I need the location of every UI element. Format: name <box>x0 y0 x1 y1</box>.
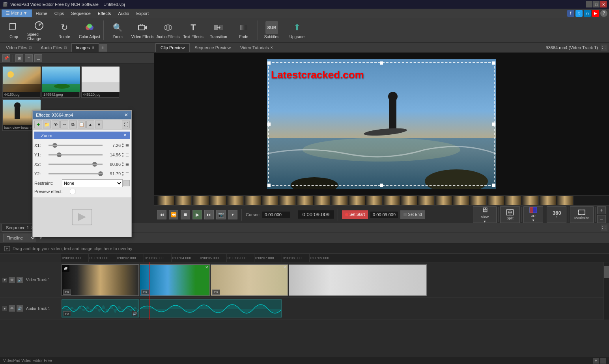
effects-folder-btn[interactable]: 📁 <box>43 121 51 128</box>
tool-fade[interactable]: Fade <box>232 19 256 41</box>
split-btn[interactable]: Split <box>500 206 520 223</box>
minimize-btn[interactable]: – <box>586 1 592 7</box>
video-clip-1[interactable]: FX <box>62 264 139 296</box>
set-end-btn[interactable]: Set End <box>400 210 425 219</box>
youtube-icon[interactable]: ▶ <box>592 10 599 17</box>
preview-expand-btn[interactable]: ⛶ <box>601 45 607 51</box>
x1-slider[interactable] <box>49 145 103 146</box>
tool-color-adjust[interactable]: Color Adjust <box>77 19 102 41</box>
tab-sequence-preview[interactable]: Sequence Preview <box>190 43 235 52</box>
media-item-1[interactable]: 44150.jpg <box>2 66 40 98</box>
effects-add-btn[interactable]: + <box>34 121 42 128</box>
menu-item-sequence[interactable]: Sequence <box>68 9 94 17</box>
y2-slider[interactable] <box>49 173 103 175</box>
tool-audio-effects[interactable]: Audio Effects <box>156 19 180 41</box>
restraint-select[interactable]: None Width Height <box>62 179 123 187</box>
maximize-btn[interactable]: Maximize <box>570 206 594 223</box>
track-speaker-btn[interactable]: 🔊 <box>17 277 23 283</box>
media-view-list-btn[interactable]: ≡ <box>25 54 33 62</box>
set-start-btn[interactable]: Set Start <box>342 210 368 219</box>
seq-expand-btn[interactable]: ⛶ <box>601 225 607 231</box>
threed-btn[interactable]: 3D ▼ <box>523 206 543 223</box>
help-icon[interactable]: ? <box>600 10 607 17</box>
statusbar-zoom-in-btn[interactable]: + <box>593 358 599 364</box>
x1-menu-btn[interactable]: ☰ <box>124 141 130 149</box>
zoom-section-close-btn[interactable]: ✕ <box>123 133 127 138</box>
zoom-out-btn[interactable]: – <box>597 215 606 223</box>
media-item-2[interactable]: 149542.jpeg <box>42 66 80 98</box>
camera-options-btn[interactable]: ▼ <box>228 210 237 219</box>
linkedin-icon[interactable]: in <box>584 10 591 17</box>
maximize-btn[interactable]: □ <box>593 1 600 7</box>
tool-video-effects[interactable]: Video Effects <box>131 19 155 41</box>
tool-text-effects[interactable]: T Text Effects <box>181 19 205 41</box>
menu-item-export[interactable]: Export <box>133 9 152 17</box>
tool-zoom[interactable]: 🔍 Zoom <box>105 19 130 41</box>
media-item-3[interactable]: 445120.jpg <box>81 66 119 98</box>
video-clip-2[interactable]: ✕ FX <box>140 264 210 296</box>
stop-btn[interactable]: ⏹ <box>181 210 190 219</box>
audio-clip-1[interactable]: FX 🔊 <box>62 299 139 318</box>
effects-close-btn[interactable]: ✕ <box>124 112 128 118</box>
menu-item-effects[interactable]: Effects <box>95 9 114 17</box>
audio-track-speaker-btn[interactable]: 🔊 <box>17 305 23 312</box>
tab-clip-preview[interactable]: Clip Preview <box>155 43 190 52</box>
zoom-in-btn[interactable]: + <box>597 206 606 214</box>
tool-subtitles[interactable]: SUB Subtitles <box>260 19 284 41</box>
twitter-icon[interactable]: t <box>575 10 583 17</box>
clip-close-3[interactable]: ✕ <box>283 265 286 269</box>
audio-clip-2[interactable] <box>140 299 282 318</box>
prev-frame-btn[interactable]: ⏪ <box>169 210 178 219</box>
statusbar-zoom-out-btn[interactable]: – <box>600 358 606 364</box>
tool-upgrade[interactable]: ⬆ Upgrade <box>285 19 309 41</box>
menu-item-clips[interactable]: Clips <box>51 9 67 17</box>
audio-track-expand-btn[interactable]: ▼ <box>2 306 7 311</box>
x2-slider[interactable] <box>49 163 103 165</box>
tool-crop[interactable]: Crop <box>2 19 26 41</box>
y1-menu-btn[interactable]: ☰ <box>124 151 130 159</box>
video-clip-3[interactable]: ✕ FX <box>211 264 288 296</box>
view-btn[interactable]: 🖥 View ▼ <box>473 206 497 223</box>
tool-rotate[interactable]: ↻ Rotate <box>52 19 77 41</box>
track-expand-btn[interactable]: ▼ <box>2 278 7 282</box>
play-btn[interactable]: ▶ <box>192 210 202 219</box>
menu-dropdown-btn[interactable]: ☰ Menu ▼ <box>2 9 32 17</box>
close-btn[interactable]: ✕ <box>600 1 607 7</box>
add-media-tab-btn[interactable]: + <box>99 44 107 52</box>
media-view-grid-btn[interactable]: ⊞ <box>15 54 23 62</box>
effects-copy-btn[interactable]: ⧉ <box>69 121 77 128</box>
tab-video-files[interactable]: Video Files ⊡ <box>2 43 36 52</box>
skip-end-btn[interactable]: ⏭ <box>204 210 214 219</box>
media-view-detail-btn[interactable]: ☰ <box>34 54 42 62</box>
menu-item-audio[interactable]: Audio <box>115 9 132 17</box>
restraint-reset-btn[interactable]: ↺ <box>123 180 130 186</box>
audio-speaker-btn[interactable]: 🔊 <box>132 311 137 316</box>
btn-360[interactable]: 360 ° <box>547 206 566 223</box>
track-eye-btn[interactable]: 👁 <box>9 277 15 283</box>
tool-transition[interactable]: Transition <box>206 19 231 41</box>
facebook-icon[interactable]: f <box>567 10 574 17</box>
effects-expand-btn[interactable]: ⛶ <box>122 121 130 128</box>
media-pin-btn[interactable]: 📌 <box>2 54 10 62</box>
timeline-mode-select[interactable]: Timeline Storyboard <box>3 234 36 242</box>
clip-close-2[interactable]: ✕ <box>205 265 208 269</box>
effects-edit-btn[interactable]: ✏ <box>60 121 68 128</box>
effects-eye-btn[interactable]: 👁 <box>52 121 60 128</box>
tab-images[interactable]: Images ✕ <box>71 43 99 52</box>
y2-menu-btn[interactable]: ☰ <box>124 170 130 178</box>
skip-start-btn[interactable]: ⏮ <box>157 210 166 219</box>
video-clip-4[interactable] <box>289 264 427 296</box>
audio-track-eye-btn[interactable]: 👁 <box>9 305 15 312</box>
y1-slider[interactable] <box>49 154 103 156</box>
x2-menu-btn[interactable]: ☰ <box>124 160 130 168</box>
menu-item-home[interactable]: Home <box>33 9 50 17</box>
preview-effect-checkbox[interactable] <box>70 189 75 194</box>
tab-video-tutorials[interactable]: Video Tutorials ✕ <box>235 43 278 52</box>
effects-up-btn[interactable]: ▲ <box>86 121 94 128</box>
effects-down-btn[interactable]: ▼ <box>95 121 103 128</box>
tool-speed-change[interactable]: Speed Change <box>27 19 51 41</box>
snapshot-btn[interactable]: 📷 <box>216 210 226 219</box>
tracks-scrollbar[interactable] <box>603 262 609 319</box>
tab-audio-files[interactable]: Audio Files ⊡ <box>36 43 71 52</box>
effects-paste-btn[interactable]: 📋 <box>78 121 86 128</box>
